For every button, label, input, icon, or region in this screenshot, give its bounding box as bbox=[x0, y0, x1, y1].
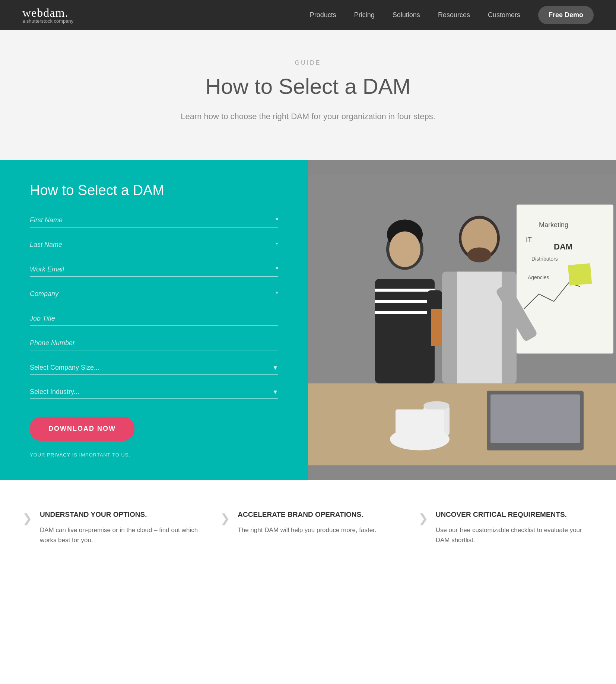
bottom-heading-3: UNCOVER CRITICAL REQUIREMENTS. bbox=[436, 510, 594, 520]
navbar: webdam. a shutterstock company Products … bbox=[0, 0, 616, 30]
first-name-input[interactable] bbox=[30, 213, 278, 228]
nav-products[interactable]: Products bbox=[310, 11, 336, 19]
form-title: How to Select a DAM bbox=[30, 182, 278, 198]
hero-section: GUIDE How to Select a DAM Learn how to c… bbox=[0, 30, 616, 160]
bottom-content-3: UNCOVER CRITICAL REQUIREMENTS. Use our f… bbox=[436, 510, 594, 545]
logo: webdam. a shutterstock company bbox=[22, 6, 73, 24]
company-size-select[interactable]: Select Company Size... 1-50 51-200 201-1… bbox=[30, 361, 278, 375]
svg-text:DAM: DAM bbox=[554, 242, 572, 251]
required-star: * bbox=[276, 265, 278, 273]
chevron-right-icon-1: ❯ bbox=[22, 511, 32, 525]
form-image: Marketing IT DAM Distributors Sales Agen… bbox=[308, 160, 616, 480]
bottom-heading-1: UNDERSTAND YOUR OPTIONS. bbox=[40, 510, 198, 520]
logo-sub: a shutterstock company bbox=[22, 18, 73, 24]
bottom-features: ❯ UNDERSTAND YOUR OPTIONS. DAM can live … bbox=[0, 480, 616, 575]
company-input[interactable] bbox=[30, 287, 278, 301]
svg-point-18 bbox=[389, 232, 420, 267]
company-field: * bbox=[30, 287, 278, 301]
nav-pricing[interactable]: Pricing bbox=[354, 11, 375, 19]
bottom-item-3: ❯ UNCOVER CRITICAL REQUIREMENTS. Use our… bbox=[418, 510, 594, 545]
bottom-text-3: Use our free customizable checklist to e… bbox=[436, 525, 594, 545]
nav-links: Products Pricing Solutions Resources Cus… bbox=[310, 6, 594, 24]
work-email-field: * bbox=[30, 263, 278, 277]
bottom-text-2: The right DAM will help you produce more… bbox=[238, 525, 376, 535]
required-star: * bbox=[276, 216, 278, 224]
industry-select[interactable]: Select Industry... Technology Healthcare… bbox=[30, 385, 278, 399]
svg-rect-23 bbox=[457, 272, 502, 384]
nav-customers[interactable]: Customers bbox=[488, 11, 520, 19]
svg-text:Marketing: Marketing bbox=[539, 221, 568, 229]
svg-point-25 bbox=[467, 248, 491, 263]
work-email-input[interactable] bbox=[30, 263, 278, 277]
privacy-pre: YOUR bbox=[30, 452, 47, 458]
phone-number-input[interactable] bbox=[30, 336, 278, 350]
chevron-right-icon-3: ❯ bbox=[418, 511, 428, 525]
company-size-field: Select Company Size... 1-50 51-200 201-1… bbox=[30, 361, 278, 375]
required-star: * bbox=[276, 290, 278, 298]
bottom-item-1: ❯ UNDERSTAND YOUR OPTIONS. DAM can live … bbox=[22, 510, 198, 545]
svg-text:Distributors: Distributors bbox=[531, 256, 558, 262]
svg-rect-12 bbox=[375, 279, 435, 384]
svg-rect-9 bbox=[568, 263, 592, 286]
bottom-heading-2: ACCELERATE BRAND OPERATIONS. bbox=[238, 510, 376, 520]
chevron-right-icon-2: ❯ bbox=[220, 511, 230, 525]
industry-field: Select Industry... Technology Healthcare… bbox=[30, 385, 278, 399]
free-demo-button[interactable]: Free Demo bbox=[538, 6, 594, 24]
last-name-field: * bbox=[30, 238, 278, 252]
svg-rect-33 bbox=[396, 410, 444, 439]
privacy-link[interactable]: PRIVACY bbox=[47, 452, 70, 458]
office-image-svg: Marketing IT DAM Distributors Sales Agen… bbox=[308, 160, 616, 480]
nav-solutions[interactable]: Solutions bbox=[393, 11, 420, 19]
phone-number-field bbox=[30, 336, 278, 350]
bottom-content-2: ACCELERATE BRAND OPERATIONS. The right D… bbox=[238, 510, 376, 535]
svg-point-31 bbox=[423, 401, 450, 410]
nav-resources[interactable]: Resources bbox=[438, 11, 470, 19]
bottom-content-1: UNDERSTAND YOUR OPTIONS. DAM can live on… bbox=[40, 510, 198, 545]
last-name-input[interactable] bbox=[30, 238, 278, 252]
svg-rect-29 bbox=[490, 395, 580, 443]
first-name-field: * bbox=[30, 213, 278, 228]
logo-text: webdam. bbox=[22, 6, 68, 20]
privacy-notice: YOUR PRIVACY IS IMPORTANT TO US. bbox=[30, 452, 278, 458]
svg-text:IT: IT bbox=[526, 236, 532, 244]
required-star: * bbox=[276, 241, 278, 249]
hero-description: Learn how to choose the right DAM for yo… bbox=[15, 110, 601, 123]
svg-text:Agencies: Agencies bbox=[528, 274, 549, 280]
job-title-input[interactable] bbox=[30, 312, 278, 326]
download-now-button[interactable]: DOWNLOAD NOW bbox=[30, 417, 134, 441]
form-section: How to Select a DAM * * * * bbox=[0, 160, 616, 480]
job-title-field bbox=[30, 312, 278, 326]
privacy-post: IS IMPORTANT TO US. bbox=[70, 452, 130, 458]
form-panel: How to Select a DAM * * * * bbox=[0, 160, 308, 480]
bottom-item-2: ❯ ACCELERATE BRAND OPERATIONS. The right… bbox=[220, 510, 396, 545]
guide-label: GUIDE bbox=[15, 60, 601, 66]
hero-title: How to Select a DAM bbox=[15, 74, 601, 99]
bottom-text-1: DAM can live on-premise or in the cloud … bbox=[40, 525, 198, 545]
